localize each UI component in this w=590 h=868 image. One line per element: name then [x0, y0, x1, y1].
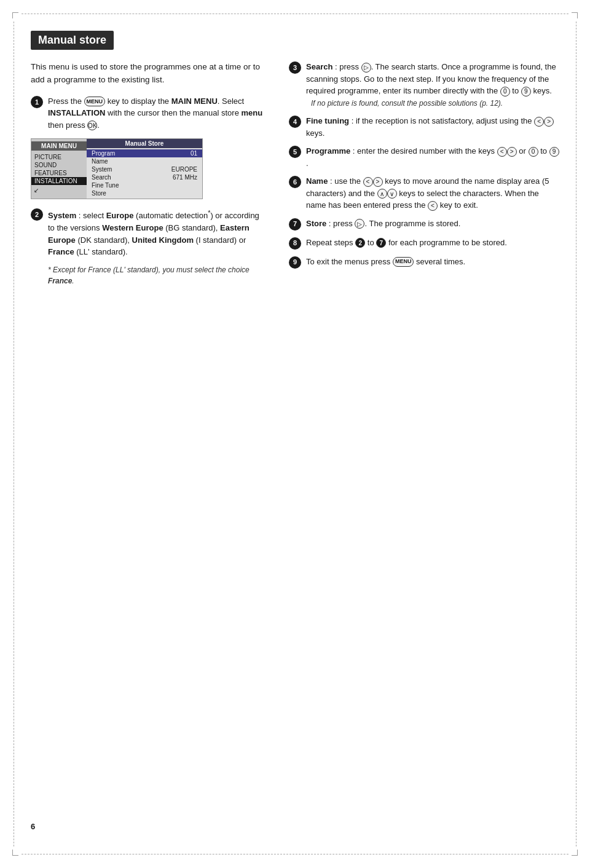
key-9: 9 — [521, 87, 531, 97]
menu-screenshot: MAIN MENU PICTURE SOUND FEATURES INSTALL… — [31, 138, 203, 199]
step-8-number: 8 — [289, 237, 301, 250]
step-7-number: 7 — [289, 218, 301, 231]
menu-key-9: MENU — [393, 257, 414, 267]
right-key-6: > — [373, 177, 383, 187]
section-title: Manual store — [31, 31, 114, 50]
menu-label-name: Name — [92, 158, 108, 165]
menu-item-features: FEATURES — [31, 169, 87, 177]
asterisk-note: * Except for France (LL' standard), you … — [48, 264, 264, 286]
menu-label-search: Search — [92, 174, 111, 181]
key-0-5: 0 — [529, 147, 538, 157]
step-3-number: 3 — [289, 61, 301, 74]
menu-left-header: MAIN MENU — [31, 141, 87, 151]
right-key-5: > — [507, 147, 517, 157]
store-key-7: ▷ — [355, 219, 364, 229]
dashed-border-top — [22, 14, 568, 14]
step-6-content: Name : use the <> keys to move around th… — [306, 175, 559, 211]
menu-row-store: Store — [87, 189, 202, 197]
step-2: 2 System : select Europe (automatic dete… — [31, 208, 264, 258]
step-4-number: 4 — [289, 116, 301, 128]
exit-key-6: < — [428, 201, 438, 211]
step-4-content: Fine tuning : if the reception is not sa… — [306, 115, 559, 139]
two-column-layout: This menu is used to store the programme… — [31, 61, 559, 291]
step-2-number: 2 — [31, 208, 43, 221]
menu-label-finetune: Fine Tune — [92, 182, 119, 189]
menu-row-program: Program 01 — [87, 149, 202, 157]
step-1-number: 1 — [31, 96, 43, 108]
step-1-content: Press the MENU key to display the MAIN M… — [48, 95, 264, 132]
menu-arrow-block: ↙ — [34, 187, 39, 194]
menu-item-picture: PICTURE — [31, 153, 87, 161]
step-5-number: 5 — [289, 146, 301, 158]
menu-value-program: 01 — [191, 150, 197, 157]
key-0: 0 — [500, 87, 510, 97]
menu-row-name: Name — [87, 157, 202, 165]
menu-item-installation: INSTALLATION — [31, 177, 87, 185]
step-7: 7 Store : press ▷. The programme is stor… — [289, 218, 559, 231]
corner-mark-bl — [12, 850, 18, 856]
step-2-content: System : select Europe (automatic detect… — [48, 208, 264, 258]
step-9-content: To exit the menus press MENU several tim… — [306, 256, 559, 268]
menu-left-panel: MAIN MENU PICTURE SOUND FEATURES INSTALL… — [31, 139, 87, 199]
right-key-4: > — [544, 117, 554, 127]
step-3: 3 Search : press ▷. The search starts. O… — [289, 61, 559, 109]
menu-value-system: EUROPE — [171, 166, 197, 173]
menu-label-program: Program — [92, 150, 115, 157]
step-6: 6 Name : use the <> keys to move around … — [289, 175, 559, 211]
step-1: 1 Press the MENU key to display the MAIN… — [31, 95, 264, 132]
menu-value-search: 671 MHz — [173, 174, 197, 181]
arrow-down-icon: ↙ — [34, 187, 39, 194]
page-number: 6 — [31, 822, 35, 831]
menu-label-store: Store — [92, 190, 106, 197]
left-column: This menu is used to store the programme… — [31, 61, 264, 291]
step-8-content: Repeat steps 2 to 7 for each programme t… — [306, 237, 559, 249]
step-ref-2: 2 — [355, 238, 365, 248]
ok-key-icon: OK — [87, 120, 97, 130]
step-5-content: Programme : enter the desired number wit… — [306, 145, 559, 169]
left-key-6: < — [363, 177, 373, 187]
menu-label-system: System — [92, 166, 112, 173]
corner-mark-tr — [572, 12, 578, 18]
right-column: 3 Search : press ▷. The search starts. O… — [289, 61, 559, 291]
dashed-border-right — [576, 22, 576, 846]
menu-row-finetune: Fine Tune — [87, 181, 202, 189]
step-4: 4 Fine tuning : if the reception is not … — [289, 115, 559, 139]
dashed-border-left — [14, 22, 14, 846]
dashed-border-bottom — [22, 854, 568, 854]
page-content: Manual store This menu is used to store … — [31, 31, 559, 837]
step-9: 9 To exit the menus press MENU several t… — [289, 256, 559, 269]
menu-arrow-area: ↙ — [31, 185, 87, 196]
corner-mark-tl — [12, 12, 18, 18]
step-7-content: Store : press ▷. The programme is stored… — [306, 218, 559, 230]
no-picture-note: If no picture is found, consult the poss… — [311, 99, 503, 108]
step-3-content: Search : press ▷. The search starts. Onc… — [306, 61, 559, 109]
step-ref-7: 7 — [376, 238, 386, 248]
menu-row-system: System EUROPE — [87, 165, 202, 173]
step-5: 5 Programme : enter the desired number w… — [289, 145, 559, 169]
step-6-number: 6 — [289, 176, 301, 188]
down-key-6: ∨ — [387, 189, 397, 199]
intro-text: This menu is used to store the programme… — [31, 61, 264, 87]
menu-right-header: Manual Store — [87, 139, 202, 148]
search-press-key: ▷ — [361, 63, 371, 73]
key-9-5: 9 — [549, 147, 559, 157]
menu-item-sound: SOUND — [31, 161, 87, 169]
left-key-4: < — [534, 117, 544, 127]
menu-key-icon: MENU — [84, 97, 106, 106]
menu-right-panel: Manual Store Program 01 Name System EURO… — [87, 139, 202, 199]
corner-mark-br — [572, 850, 578, 856]
step-8: 8 Repeat steps 2 to 7 for each programme… — [289, 237, 559, 250]
menu-row-search: Search 671 MHz — [87, 173, 202, 181]
up-key-6: ∧ — [377, 189, 387, 199]
step-9-number: 9 — [289, 256, 301, 269]
left-key-5: < — [497, 147, 507, 157]
